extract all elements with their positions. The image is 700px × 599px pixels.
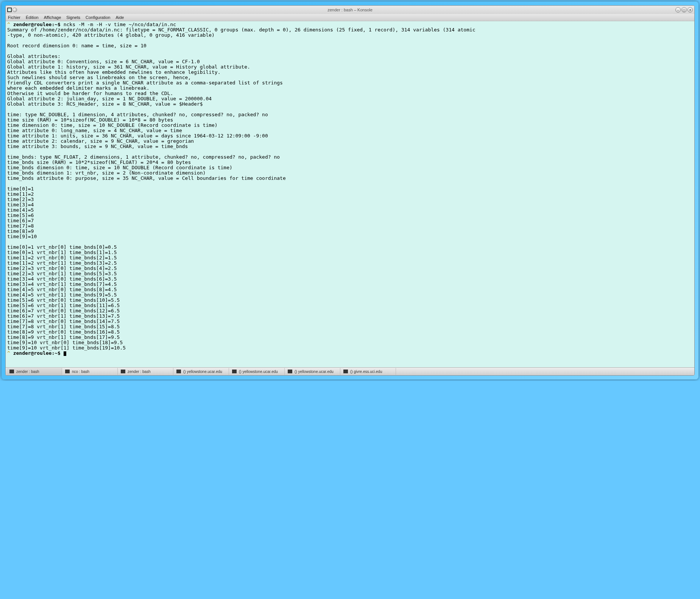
- prompt-chevron-icon: ^: [7, 22, 13, 27]
- window-title: zender : bash – Konsole: [6, 8, 694, 12]
- terminal-icon: [343, 370, 348, 373]
- tab-nco-bash[interactable]: nco : bash: [62, 368, 118, 375]
- shell-output: Summary of /home/zender/nco/data/in.nc: …: [7, 27, 476, 351]
- menu-affichage[interactable]: Affichage: [44, 15, 61, 20]
- menu-aide[interactable]: Aide: [115, 15, 124, 20]
- titlebar[interactable]: zender : bash – Konsole – ▢ ✕: [6, 6, 694, 14]
- terminal-icon: [288, 370, 292, 373]
- prompt-chevron-icon: ^: [7, 350, 13, 356]
- taskbar: zender : bash nco : bash zender : bash (…: [6, 367, 694, 375]
- terminal-icon: [9, 370, 14, 373]
- terminal-area[interactable]: ^ zender@roulee:~$ ncks -M -m -H -v time…: [6, 21, 694, 367]
- minimize-button[interactable]: –: [675, 7, 681, 12]
- menu-edition[interactable]: Édition: [26, 15, 39, 20]
- tab-label: nco : bash: [72, 370, 89, 374]
- shell-prompt-2: zender@roulee:~$: [13, 350, 64, 356]
- close-button[interactable]: ✕: [688, 7, 693, 12]
- tab-zender-bash-2[interactable]: zender : bash: [118, 368, 173, 375]
- maximize-button[interactable]: ▢: [681, 7, 687, 12]
- cursor-icon: [64, 351, 66, 356]
- menu-configuration[interactable]: Configuration: [86, 15, 110, 20]
- tab-label: () yellowstone.ucar.edu: [295, 370, 334, 374]
- konsole-window: zender : bash – Konsole – ▢ ✕ Fichier Éd…: [5, 5, 695, 376]
- shell-command: ncks -M -m -H -v time ~/nco/data/in.nc: [64, 22, 176, 27]
- tab-label: () yellowstone.ucar.edu: [183, 370, 222, 374]
- tab-label: zender : bash: [16, 370, 39, 374]
- tab-label: () givre.ess.uci.edu: [350, 370, 382, 374]
- shell-prompt: zender@roulee:~$: [13, 22, 64, 27]
- tab-yellowstone-3[interactable]: () yellowstone.ucar.edu: [285, 368, 340, 375]
- tab-label: () yellowstone.ucar.edu: [239, 370, 278, 374]
- terminal-icon: [121, 370, 125, 373]
- menubar: Fichier Édition Affichage Signets Config…: [6, 14, 694, 21]
- tab-zender-bash-1[interactable]: zender : bash: [6, 368, 62, 375]
- tab-yellowstone-2[interactable]: () yellowstone.ucar.edu: [229, 368, 285, 375]
- terminal-icon: [65, 370, 70, 373]
- tab-label: zender : bash: [128, 370, 151, 374]
- menu-signets[interactable]: Signets: [66, 15, 80, 20]
- pin-icon[interactable]: [12, 8, 17, 12]
- terminal-icon: [232, 370, 237, 373]
- tab-yellowstone-1[interactable]: () yellowstone.ucar.edu: [173, 368, 229, 375]
- svg-rect-1: [8, 8, 11, 11]
- menu-fichier[interactable]: Fichier: [8, 15, 20, 20]
- terminal-icon: [176, 370, 181, 373]
- tab-givre[interactable]: () givre.ess.uci.edu: [340, 368, 396, 375]
- app-icon: [7, 8, 12, 12]
